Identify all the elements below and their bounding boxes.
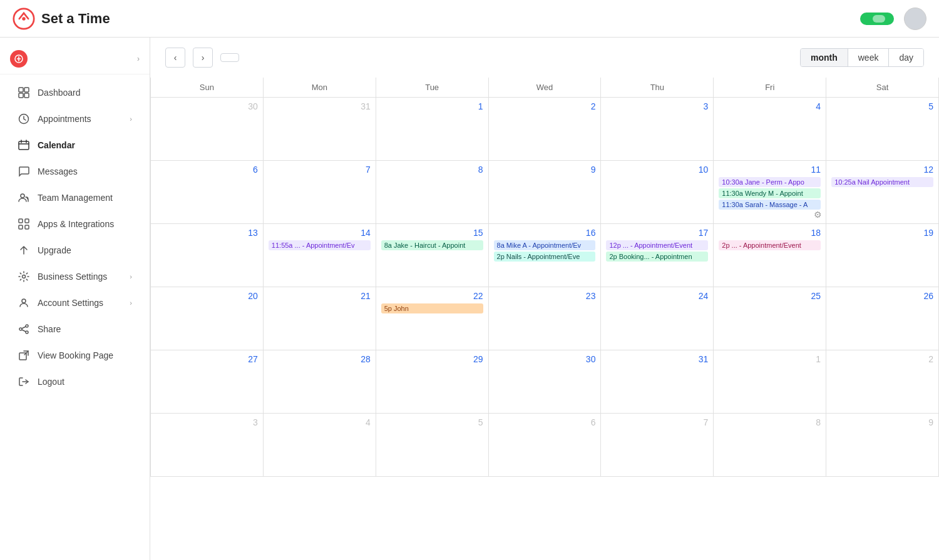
sidebar-item-label: Business Settings bbox=[38, 272, 122, 282]
day-cell[interactable]: 26 bbox=[826, 287, 939, 350]
day-cell[interactable]: 7 bbox=[601, 414, 714, 476]
day-cell[interactable]: 9 bbox=[489, 161, 602, 223]
day-cell[interactable]: 30 bbox=[489, 350, 602, 413]
calendar-event[interactable]: 10:25a Nail Appointment bbox=[831, 177, 933, 187]
sidebar-item-label: Logout bbox=[38, 377, 132, 387]
day-number: 23 bbox=[494, 291, 596, 301]
day-number: 18 bbox=[719, 228, 821, 238]
calendar-event[interactable]: 2p ... - Appointment/Event bbox=[719, 240, 821, 250]
day-cell[interactable]: 20 bbox=[151, 287, 264, 350]
live-toggle[interactable] bbox=[873, 15, 885, 23]
day-cell[interactable]: 6 bbox=[489, 414, 602, 476]
prev-button[interactable]: ‹ bbox=[165, 48, 185, 68]
chevron-down-icon: › bbox=[130, 115, 132, 123]
day-cell[interactable]: 7 bbox=[264, 161, 376, 223]
day-cell[interactable]: 25 bbox=[714, 287, 826, 350]
sidebar-item-calendar[interactable]: Calendar bbox=[5, 133, 145, 158]
day-cell[interactable]: 1 bbox=[376, 98, 489, 160]
sidebar-salon[interactable]: › bbox=[0, 44, 150, 74]
day-cell[interactable]: 28 bbox=[264, 350, 376, 413]
sidebar-item-dashboard[interactable]: Dashboard bbox=[5, 80, 145, 105]
day-number: 12 bbox=[831, 165, 933, 175]
day-cell[interactable]: 3 bbox=[151, 414, 264, 476]
day-cell[interactable]: 24 bbox=[601, 287, 714, 350]
svg-rect-12 bbox=[19, 225, 23, 229]
sidebar-item-label: Team Management bbox=[38, 193, 132, 203]
calendar-event[interactable]: 11:55a ... - Appointment/Ev bbox=[269, 240, 371, 250]
day-cell[interactable]: 1210:25a Nail Appointment bbox=[826, 161, 939, 223]
day-cell[interactable]: 182p ... - Appointment/Event bbox=[714, 224, 826, 287]
day-cell[interactable]: 9 bbox=[826, 414, 939, 476]
day-cell[interactable]: 27 bbox=[151, 350, 264, 413]
sidebar-item-apps[interactable]: Apps & Integrations bbox=[5, 211, 145, 237]
day-number: 8 bbox=[719, 417, 821, 427]
calendar-toolbar: ‹ › month week day bbox=[150, 38, 939, 78]
sidebar-item-booking[interactable]: View Booking Page bbox=[5, 343, 145, 368]
day-cell[interactable]: 168a Mike A - Appointment/Ev2p Nails - A… bbox=[489, 224, 602, 287]
calendar-event[interactable]: 10:30a Jane - Perm - Appo bbox=[719, 177, 821, 187]
avatar[interactable] bbox=[904, 8, 926, 30]
calendar-icon bbox=[18, 139, 30, 151]
sidebar-item-upgrade[interactable]: Upgrade bbox=[5, 238, 145, 263]
sidebar-item-team[interactable]: Team Management bbox=[5, 185, 145, 210]
sidebar-item-appointments[interactable]: Appointments › bbox=[5, 106, 145, 131]
day-cell[interactable]: 5 bbox=[376, 414, 489, 476]
sidebar-item-account[interactable]: Account Settings › bbox=[5, 290, 145, 315]
day-cell[interactable]: 10 bbox=[601, 161, 714, 223]
day-cell[interactable]: 29 bbox=[376, 350, 489, 413]
next-button[interactable]: › bbox=[193, 48, 213, 68]
day-headers: Sun Mon Tue Wed Thu Fri Sat bbox=[150, 78, 939, 98]
day-cell[interactable]: 1 bbox=[714, 350, 826, 413]
sidebar-item-logout[interactable]: Logout bbox=[5, 369, 145, 394]
today-button[interactable] bbox=[220, 53, 239, 62]
live-badge[interactable] bbox=[860, 13, 894, 25]
week-view-button[interactable]: week bbox=[848, 49, 890, 66]
day-events: 10:25a Nail Appointment bbox=[831, 177, 933, 187]
day-number: 15 bbox=[381, 228, 483, 238]
calendar-event[interactable]: 11:30a Sarah - Massage - A bbox=[719, 200, 821, 210]
day-cell[interactable]: 1712p ... - Appointment/Event2p Booking.… bbox=[601, 224, 714, 287]
day-cell[interactable]: 4 bbox=[714, 98, 826, 160]
day-cell[interactable]: 21 bbox=[264, 287, 376, 350]
day-events: 12p ... - Appointment/Event2p Booking...… bbox=[606, 240, 708, 262]
sidebar-item-share[interactable]: Share bbox=[5, 317, 145, 342]
sidebar-item-label: Appointments bbox=[38, 114, 122, 124]
calendar-event[interactable]: 2p Booking... - Appointmen bbox=[606, 252, 708, 262]
sidebar-item-business[interactable]: Business Settings › bbox=[5, 264, 145, 289]
day-cell[interactable]: 2 bbox=[489, 98, 602, 160]
day-cell[interactable]: 2 bbox=[826, 350, 939, 413]
day-number: 20 bbox=[156, 291, 258, 301]
day-cell[interactable]: 158a Jake - Haircut - Appoint bbox=[376, 224, 489, 287]
day-cell[interactable]: 30 bbox=[151, 98, 264, 160]
svg-rect-5 bbox=[19, 93, 23, 98]
day-cell[interactable]: 1110:30a Jane - Perm - Appo11:30a Wendy … bbox=[714, 161, 826, 223]
day-cell[interactable]: 3 bbox=[601, 98, 714, 160]
month-view-button[interactable]: month bbox=[801, 49, 848, 66]
day-cell[interactable]: 6 bbox=[151, 161, 264, 223]
day-number: 24 bbox=[606, 291, 708, 301]
day-cell[interactable]: 1411:55a ... - Appointment/Ev bbox=[264, 224, 376, 287]
day-cell[interactable]: 225p John bbox=[376, 287, 489, 350]
calendar-event[interactable]: 5p John bbox=[381, 303, 483, 313]
calendar-event[interactable]: 11:30a Wendy M - Appoint bbox=[719, 188, 821, 198]
share-icon bbox=[18, 323, 30, 335]
day-number: 22 bbox=[381, 291, 483, 301]
day-cell[interactable]: 4 bbox=[264, 414, 376, 476]
day-number: 28 bbox=[269, 354, 371, 364]
gear-icon[interactable]: ⚙ bbox=[814, 210, 822, 220]
calendar-event[interactable]: 2p Nails - Appointment/Eve bbox=[494, 252, 596, 262]
day-header-thu: Thu bbox=[601, 78, 714, 97]
day-cell[interactable]: 23 bbox=[489, 287, 602, 350]
calendar-event[interactable]: 12p ... - Appointment/Event bbox=[606, 240, 708, 250]
day-view-button[interactable]: day bbox=[889, 49, 923, 66]
sidebar-item-messages[interactable]: Messages bbox=[5, 159, 145, 184]
day-cell[interactable]: 5 bbox=[826, 98, 939, 160]
day-cell[interactable]: 8 bbox=[714, 414, 826, 476]
day-cell[interactable]: 19 bbox=[826, 224, 939, 287]
day-cell[interactable]: 31 bbox=[601, 350, 714, 413]
calendar-event[interactable]: 8a Mike A - Appointment/Ev bbox=[494, 240, 596, 250]
day-cell[interactable]: 31 bbox=[264, 98, 376, 160]
day-cell[interactable]: 13 bbox=[151, 224, 264, 287]
day-cell[interactable]: 8 bbox=[376, 161, 489, 223]
calendar-event[interactable]: 8a Jake - Haircut - Appoint bbox=[381, 240, 483, 250]
